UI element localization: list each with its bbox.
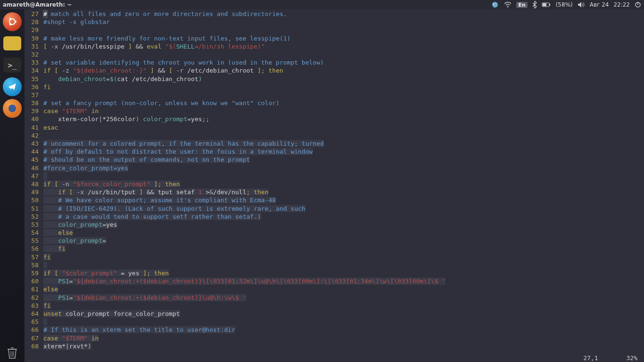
code-content: fi	[43, 83, 644, 90]
code-line[interactable]: 50 # We have color support; assume it's …	[25, 197, 644, 205]
file-manager-icon[interactable]	[3, 34, 22, 53]
line-number: 51	[25, 205, 43, 212]
trash-icon[interactable]	[3, 343, 22, 362]
line-number: 38	[25, 99, 43, 107]
code-line[interactable]: 54 else	[25, 229, 644, 237]
line-number: 39	[25, 107, 43, 115]
line-number: 34	[25, 67, 43, 74]
battery-icon[interactable]	[542, 2, 551, 8]
dash-icon[interactable]	[3, 12, 22, 31]
code-line[interactable]: 40 xterm-color|*256color) color_prompt=y…	[25, 115, 644, 123]
code-content: # (ISO/IEC-6429). (Lack of such support …	[43, 205, 644, 212]
code-line[interactable]: 34if [ -z "${debian_chroot:-}" ] && [ -r…	[25, 67, 644, 75]
code-line[interactable]: 28#shopt -s globstar	[25, 18, 644, 26]
code-line[interactable]: 44# off by default to not distract the u…	[25, 148, 644, 156]
line-number: 32	[25, 51, 43, 58]
code-line[interactable]: 41esac	[25, 124, 644, 132]
code-line[interactable]: 35 debian_chroot=$(cat /etc/debian_chroo…	[25, 75, 644, 83]
code-line[interactable]: 53 color_prompt=yes	[25, 221, 644, 229]
terminal-window[interactable]: 27# match all files and zero or more dir…	[25, 9, 644, 362]
line-number: 29	[25, 26, 43, 33]
svg-point-0	[492, 2, 498, 8]
code-line[interactable]: 37	[25, 91, 644, 99]
volume-icon[interactable]	[578, 1, 585, 8]
line-number: 30	[25, 35, 43, 42]
code-line[interactable]: 68xterm*|rxvt*)	[25, 343, 644, 351]
code-line[interactable]: 49 if [ -x /usr/bin/tput ] && tput setaf…	[25, 189, 644, 197]
line-number: 67	[25, 335, 43, 342]
code-content: color_prompt=yes	[43, 221, 644, 228]
code-line[interactable]: 61else	[25, 286, 644, 294]
code-content: xterm-color|*256color) color_prompt=yes;…	[43, 115, 644, 123]
code-line[interactable]: 39case "$TERM" in	[25, 107, 644, 115]
code-line[interactable]: 31[ -x /usr/bin/lesspipe ] && eval "$(SH…	[25, 43, 644, 51]
code-line[interactable]: 43# uncomment for a colored prompt, if t…	[25, 140, 644, 148]
code-line[interactable]: 66# If this is an xterm set the title to…	[25, 326, 644, 334]
line-number: 56	[25, 245, 43, 252]
weather-icon[interactable]	[491, 1, 499, 8]
code-line[interactable]: 56 fi	[25, 245, 644, 253]
code-content: PS1='${debian_chroot:+($debian_chroot)}\…	[43, 294, 644, 301]
date-label: Авг 24	[590, 1, 609, 8]
code-content: fi	[43, 302, 644, 309]
code-line[interactable]: 38# set a fancy prompt (non-color, unles…	[25, 99, 644, 107]
code-line[interactable]: 58	[25, 262, 644, 270]
line-number: 37	[25, 91, 43, 99]
code-content	[43, 262, 644, 269]
line-number: 28	[25, 18, 43, 25]
keyboard-layout-indicator[interactable]: En	[516, 2, 527, 8]
svg-point-11	[9, 24, 11, 25]
code-content: debian_chroot=$(cat /etc/debian_chroot)	[43, 75, 644, 82]
scroll-percent: 32%	[627, 354, 637, 362]
code-line[interactable]: 42	[25, 132, 644, 140]
system-tray: En (58%) Авг 24 22:22	[491, 1, 641, 8]
line-number: 68	[25, 343, 43, 350]
firefox-icon[interactable]	[3, 99, 22, 118]
code-line[interactable]: 46#force_color_prompt=yes	[25, 165, 644, 173]
code-line[interactable]: 47	[25, 173, 644, 181]
line-number: 58	[25, 262, 43, 269]
code-line[interactable]: 52 # a case would tend to support setf r…	[25, 213, 644, 221]
code-content: if [ "$color_prompt" = yes ]; then	[43, 270, 644, 277]
code-content: # should be on the output of commands, n…	[43, 156, 644, 163]
code-content: [ -x /usr/bin/lesspipe ] && eval "$(SHEL…	[43, 43, 644, 50]
line-number: 45	[25, 156, 43, 163]
code-line[interactable]: 51 # (ISO/IEC-6429). (Lack of such suppo…	[25, 205, 644, 213]
code-line[interactable]: 33# set variable identifying the chroot …	[25, 59, 644, 67]
code-line[interactable]: 27# match all files and zero or more dir…	[25, 10, 644, 18]
terminal-icon[interactable]: >_	[3, 56, 22, 74]
line-number: 36	[25, 83, 43, 90]
code-line[interactable]: 64unset color_prompt force_color_prompt	[25, 310, 644, 318]
code-line[interactable]: 29	[25, 26, 644, 34]
code-line[interactable]: 55 color_prompt=	[25, 237, 644, 245]
svg-rect-4	[549, 4, 550, 6]
code-line[interactable]: 32	[25, 51, 644, 59]
line-number: 64	[25, 310, 43, 317]
code-line[interactable]: 45# should be on the output of commands,…	[25, 156, 644, 164]
code-line[interactable]: 60 PS1='${debian_chroot:+($debian_chroot…	[25, 278, 644, 286]
code-line[interactable]: 59if [ "$color_prompt" = yes ]; then	[25, 270, 644, 278]
line-number: 57	[25, 254, 43, 261]
code-content: else	[43, 286, 644, 293]
code-content: # We have color support; assume it's com…	[43, 197, 644, 204]
telegram-icon[interactable]	[3, 77, 22, 96]
editor-viewport[interactable]: 27# match all files and zero or more dir…	[25, 9, 644, 354]
line-number: 52	[25, 213, 43, 220]
code-content	[43, 173, 644, 180]
line-number: 63	[25, 302, 43, 309]
line-number: 54	[25, 229, 43, 236]
code-line[interactable]: 48if [ -n "$force_color_prompt" ]; then	[25, 181, 644, 189]
wifi-icon[interactable]	[504, 2, 512, 8]
bluetooth-icon[interactable]	[532, 1, 537, 8]
code-line[interactable]: 63fi	[25, 302, 644, 310]
code-line[interactable]: 67case "$TERM" in	[25, 335, 644, 343]
code-line[interactable]: 30# make less more friendly for non-text…	[25, 35, 644, 43]
code-line[interactable]: 65	[25, 318, 644, 326]
code-content: # uncomment for a colored prompt, if the…	[43, 140, 644, 147]
power-icon[interactable]	[635, 1, 641, 8]
code-content: color_prompt=	[43, 237, 644, 244]
code-line[interactable]: 62 PS1='${debian_chroot:+($debian_chroot…	[25, 294, 644, 302]
code-line[interactable]: 36fi	[25, 83, 644, 91]
code-line[interactable]: 57fi	[25, 254, 644, 262]
cursor: #	[43, 10, 47, 17]
